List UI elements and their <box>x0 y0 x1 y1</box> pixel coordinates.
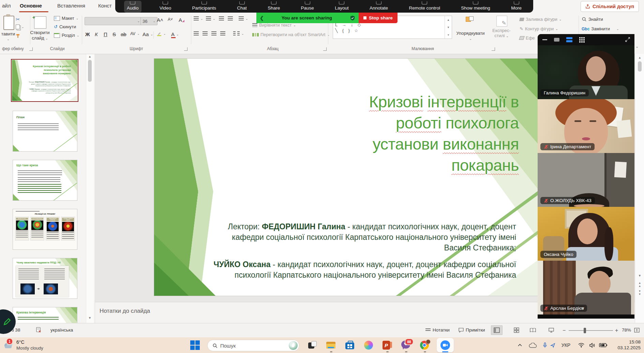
zoom-toolbar-video[interactable]: Video <box>157 1 174 13</box>
zoom-app-active[interactable] <box>437 338 454 352</box>
scroll-down-arrow[interactable]: ▼ <box>637 274 642 277</box>
battery-icon[interactable] <box>597 338 609 352</box>
replace-button[interactable]: Gbc Замінити⌄ <box>582 26 619 31</box>
strip-view-icon[interactable] <box>566 37 572 42</box>
align-left-button[interactable] <box>194 31 199 36</box>
microsoft-store-icon[interactable] <box>343 338 357 352</box>
scroll-up-arrow[interactable]: ▲ <box>637 56 642 59</box>
thumbnail-slide-6[interactable]: Кризова інтервенція <box>13 307 77 323</box>
collapse-ribbon-chevron[interactable]: ⌄ <box>635 44 639 49</box>
zoom-toolbar-show-meeting[interactable]: Show meeting <box>458 1 493 13</box>
format-painter-button[interactable] <box>16 33 21 39</box>
tab-home[interactable]: Основне <box>20 3 42 9</box>
zoom-toolbar-participants[interactable]: Participants <box>189 1 219 13</box>
highlight-color-button[interactable]: ⌄ <box>157 31 166 36</box>
spell-check-icon[interactable] <box>35 327 42 333</box>
smartart-button[interactable]: Перетворити на об'єкт SmartArt⌄ <box>252 32 330 37</box>
align-right-button[interactable] <box>211 31 216 36</box>
clear-formatting-button[interactable]: A◢ <box>179 17 184 23</box>
section-button[interactable]: Розділ⌄ <box>54 33 79 38</box>
gallery-view-icon[interactable] <box>579 37 585 43</box>
zoom-level[interactable]: 78% <box>622 327 631 333</box>
columns-button[interactable]: ⌄ <box>233 31 244 36</box>
language-indicator[interactable]: українська <box>50 327 73 333</box>
scroll-up-arrow[interactable]: ▲ <box>87 55 92 58</box>
justify-button[interactable] <box>220 31 225 36</box>
reset-slide-button[interactable]: ↺ Скинути <box>54 24 76 29</box>
slide-title[interactable]: Кризові інтервенції в роботі психолога у… <box>198 91 519 176</box>
share-access-button[interactable]: Спільний доступ <box>581 1 639 12</box>
find-button[interactable]: Знайти <box>582 17 603 22</box>
clipboard-dialog-launcher[interactable] <box>29 47 33 51</box>
scroll-down-arrow[interactable]: ▼ <box>87 316 92 320</box>
video-tile-active-speaker[interactable]: Оксана Чуйко <box>538 207 634 261</box>
quick-styles-button[interactable]: Експрес-стилі ⌄ <box>486 28 517 39</box>
font-name-combo[interactable]: ⌄ <box>85 17 142 25</box>
speaker-view-icon[interactable] <box>554 38 559 42</box>
notes-toggle[interactable]: Нотатки <box>425 327 450 333</box>
drawing-dialog-launcher[interactable] <box>492 47 495 51</box>
chrome-icon[interactable] <box>418 338 432 352</box>
strikethrough-button[interactable]: S <box>113 31 116 37</box>
tab-design[interactable]: Конст <box>98 3 112 9</box>
powerpoint-icon[interactable]: P <box>380 338 394 352</box>
change-case-button[interactable]: Aa⌄ <box>143 31 153 37</box>
zoom-toolbar-share[interactable]: Share <box>265 1 283 13</box>
thumbnail-slide-5[interactable]: Чому важливо надавати ППД і КІ ➜ <box>13 258 77 298</box>
stop-share-button[interactable]: Stop share <box>359 13 398 23</box>
slide-sorter-view-button[interactable] <box>511 325 522 335</box>
align-center-button[interactable] <box>203 31 208 36</box>
shape-fill-button[interactable]: Заливка фігури⌄ <box>520 17 561 22</box>
tab-insert[interactable]: Вставлення <box>57 3 85 9</box>
scrollbar-thumb[interactable] <box>88 60 92 82</box>
mic-in-use-icon[interactable] <box>541 338 549 352</box>
language-indicator[interactable]: УКР <box>558 338 573 352</box>
grow-font-button[interactable]: A˄ <box>157 17 163 23</box>
character-spacing-button[interactable]: AV⌄ <box>130 31 140 36</box>
underline-button[interactable]: П <box>104 31 107 37</box>
video-tile[interactable]: Арслан Бердієв <box>538 261 634 314</box>
video-tile[interactable]: О.ЖОЛУДЬ ХВК-43 <box>538 153 634 207</box>
shrink-font-button[interactable]: A˅ <box>168 17 173 22</box>
zoom-toolbar-annotate[interactable]: Annotate <box>367 1 391 13</box>
viber-icon[interactable]: 88 <box>399 338 413 352</box>
shape-outline-button[interactable]: ✎ Контур фігури⌄ <box>520 26 558 31</box>
thumbnail-slide-4[interactable]: РЕАКЦІЇ НА ТРАВМУ ВТЕЧА (FLIGHT) БОРОТЬБ… <box>13 209 77 249</box>
start-button[interactable] <box>188 338 202 352</box>
font-color-button[interactable]: A⌄ <box>171 31 179 37</box>
shapes-gallery-scroll[interactable]: ▲▼▾ <box>445 16 452 39</box>
increase-indent-button[interactable] <box>228 16 233 21</box>
new-slide-button[interactable]: Створити слайд ⌄ <box>29 30 50 41</box>
zoom-toolbar-audio[interactable]: Audio <box>124 1 141 13</box>
paragraph-dialog-launcher[interactable] <box>323 47 327 51</box>
zoom-toolbar-chat[interactable]: Chat <box>234 1 250 13</box>
volume-icon[interactable] <box>587 338 597 352</box>
paste-icon[interactable] <box>3 16 14 30</box>
slide-canvas[interactable]: Кризові інтервенції в роботі психолога у… <box>154 59 538 296</box>
notes-placeholder[interactable]: Нотатки до слайда <box>100 308 150 314</box>
line-spacing-button[interactable]: ⌄ <box>239 16 248 21</box>
task-view-button[interactable] <box>305 338 319 352</box>
minimize-icon[interactable] <box>542 39 547 40</box>
paste-dropdown[interactable]: ⌄ <box>4 37 12 41</box>
copilot-icon[interactable] <box>362 338 375 352</box>
reading-view-button[interactable] <box>527 325 539 335</box>
layout-button[interactable]: Макет⌄ <box>54 16 78 21</box>
previous-slide-button[interactable]: ▲▲ <box>637 281 642 288</box>
zoom-in-button[interactable]: + <box>615 327 618 334</box>
zoom-out-button[interactable]: − <box>563 327 566 334</box>
expand-panel-icon[interactable] <box>625 37 630 42</box>
thumbnails-scrollbar[interactable]: ▲ ▼ <box>86 54 94 323</box>
tray-overflow-chevron[interactable] <box>515 338 525 352</box>
slide-subtitle[interactable]: Лектори: ФЕДОРИШИН Галина - кандидат пси… <box>205 221 516 287</box>
video-tile[interactable]: Галина Федоришин <box>538 45 634 99</box>
zoom-slider-thumb[interactable] <box>584 328 586 333</box>
shape-effects-button[interactable]: Ефе <box>520 35 535 41</box>
next-slide-button[interactable]: ▼▼ <box>637 290 642 296</box>
wifi-icon[interactable] <box>576 338 586 352</box>
font-size-combo[interactable]: 36⌄ <box>140 17 158 25</box>
thumbnail-slide-3[interactable]: Що таке криза <box>13 160 77 200</box>
file-explorer-icon[interactable] <box>324 338 338 352</box>
comments-toggle[interactable]: Примітки <box>459 327 485 333</box>
font-dialog-launcher[interactable] <box>184 47 188 51</box>
